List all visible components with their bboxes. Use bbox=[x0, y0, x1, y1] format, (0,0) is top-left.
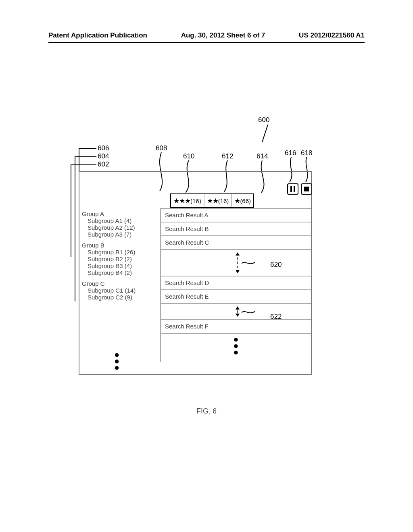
search-result-b[interactable]: Search Result B bbox=[161, 222, 311, 236]
pause-icon bbox=[290, 186, 295, 192]
resize-spacer[interactable] bbox=[161, 304, 311, 320]
subgroup-item[interactable]: Subgroup B3 (4) bbox=[82, 262, 154, 269]
header-right: US 2012/0221560 A1 bbox=[299, 31, 365, 39]
leader-line bbox=[262, 125, 268, 142]
resize-arrow-icon bbox=[237, 307, 238, 316]
groups-sidebar: Group A Subgroup A1 (4) Subgroup A2 (12)… bbox=[82, 210, 154, 305]
refnum-602: 602 bbox=[98, 160, 109, 168]
subgroup-item[interactable]: Subgroup C1 (14) bbox=[82, 287, 154, 294]
subgroup-item[interactable]: Subgroup B4 (2) bbox=[82, 269, 154, 276]
star-icon: ★★ bbox=[207, 197, 218, 204]
refnum-618: 618 bbox=[301, 149, 312, 157]
search-result-c[interactable]: Search Result C bbox=[161, 236, 311, 250]
star-icon: ★★★ bbox=[173, 197, 190, 204]
header-left: Patent Application Publication bbox=[48, 31, 147, 39]
subgroup-item[interactable]: Subgroup B1 (26) bbox=[82, 249, 154, 256]
group-label: Group C bbox=[82, 280, 154, 287]
group-c[interactable]: Group C Subgroup C1 (14) Subgroup C2 (9) bbox=[82, 280, 154, 301]
leader-line bbox=[75, 156, 96, 157]
group-b[interactable]: Group B Subgroup B1 (26) Subgroup B2 (2)… bbox=[82, 242, 154, 276]
leader-line bbox=[75, 156, 75, 301]
rating-tabs: ★★★ (16) ★★ (16) ★ (66) bbox=[170, 193, 254, 208]
subgroup-item[interactable]: Subgroup A1 (4) bbox=[82, 217, 154, 224]
search-result-f[interactable]: Search Result F bbox=[161, 320, 311, 334]
stop-icon bbox=[304, 187, 309, 191]
resize-spacer[interactable] bbox=[161, 250, 311, 276]
refnum-606: 606 bbox=[98, 144, 109, 152]
group-a[interactable]: Group A Subgroup A1 (4) Subgroup A2 (12)… bbox=[82, 210, 154, 238]
subgroup-item[interactable]: Subgroup A2 (12) bbox=[82, 224, 154, 231]
pause-button[interactable] bbox=[287, 183, 298, 195]
tab-three-star[interactable]: ★★★ (16) bbox=[171, 194, 204, 207]
leader-line bbox=[71, 164, 71, 257]
star-icon: ★ bbox=[234, 197, 240, 204]
ellipsis-icon: ●●● bbox=[114, 351, 119, 371]
subgroup-item[interactable]: Subgroup B2 (2) bbox=[82, 256, 154, 262]
refnum-600: 600 bbox=[258, 116, 269, 124]
refnum-612: 612 bbox=[222, 152, 233, 160]
subgroup-item[interactable]: Subgroup C2 (9) bbox=[82, 294, 154, 301]
ellipsis-icon: ●●● bbox=[161, 334, 311, 362]
figure-caption: FIG. 6 bbox=[0, 407, 413, 416]
header-center: Aug. 30, 2012 Sheet 6 of 7 bbox=[181, 31, 265, 39]
search-result-a[interactable]: Search Result A bbox=[161, 209, 311, 222]
resize-arrow-icon bbox=[237, 253, 238, 272]
group-label: Group B bbox=[82, 242, 154, 249]
refnum-604: 604 bbox=[98, 152, 109, 160]
tab-count: (16) bbox=[190, 197, 201, 204]
tilde-icon bbox=[242, 260, 255, 264]
tab-one-star[interactable]: ★ (66) bbox=[232, 194, 253, 207]
tilde-icon bbox=[242, 309, 255, 314]
subgroup-item[interactable]: Subgroup A3 (7) bbox=[82, 231, 154, 238]
tab-count: (16) bbox=[218, 197, 229, 204]
results-pane: Search Result A Search Result B Search R… bbox=[160, 208, 311, 362]
refnum-610: 610 bbox=[183, 152, 194, 160]
refnum-608: 608 bbox=[156, 144, 167, 152]
search-result-d[interactable]: Search Result D bbox=[161, 276, 311, 290]
page-header: Patent Application Publication Aug. 30, … bbox=[48, 31, 365, 43]
refnum-616: 616 bbox=[285, 149, 296, 157]
tab-count: (66) bbox=[240, 197, 251, 204]
group-label: Group A bbox=[82, 210, 154, 217]
search-result-e[interactable]: Search Result E bbox=[161, 290, 311, 304]
stop-button[interactable] bbox=[301, 183, 312, 195]
ui-window: ★★★ (16) ★★ (16) ★ (66) Group A Subgroup… bbox=[79, 171, 312, 375]
refnum-614: 614 bbox=[257, 152, 268, 160]
tab-two-star[interactable]: ★★ (16) bbox=[204, 194, 232, 207]
leader-line bbox=[79, 148, 96, 149]
